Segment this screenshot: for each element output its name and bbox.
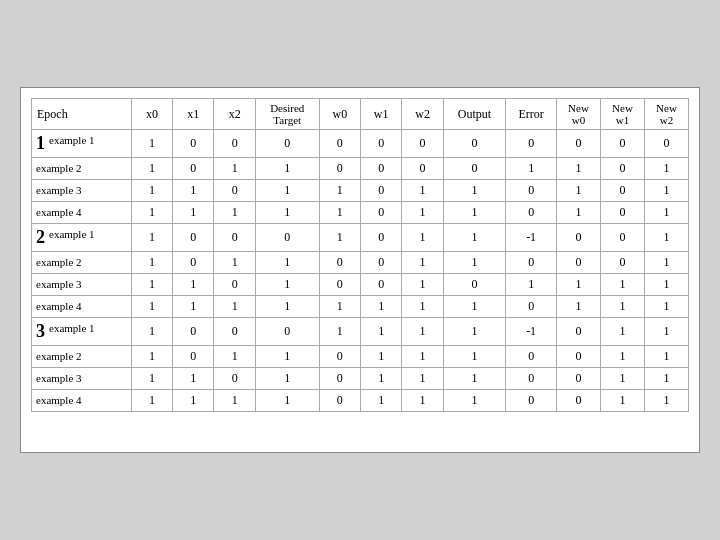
header-new-w2: Neww2	[644, 99, 688, 130]
data-cell: 0	[506, 180, 557, 202]
header-desired-target: DesiredTarget	[255, 99, 319, 130]
data-cell: 1	[506, 274, 557, 296]
epoch-example-cell: example 3	[32, 368, 132, 390]
data-cell: 1	[361, 390, 402, 412]
example-label: example 1	[49, 134, 95, 146]
data-cell: 1	[600, 346, 644, 368]
data-cell: -1	[506, 224, 557, 252]
header-w0: w0	[319, 99, 360, 130]
epoch-example-cell: example 2	[32, 252, 132, 274]
data-cell: 1	[644, 158, 688, 180]
data-cell: 1	[556, 158, 600, 180]
data-cell: 1	[214, 296, 255, 318]
data-cell: 1	[402, 224, 443, 252]
data-cell: 1	[131, 274, 172, 296]
data-cell: 1	[644, 390, 688, 412]
data-cell: 0	[361, 252, 402, 274]
data-cell: 1	[214, 158, 255, 180]
data-cell: 1	[361, 346, 402, 368]
data-cell: 1	[402, 180, 443, 202]
epoch-number: 3	[36, 321, 45, 342]
data-cell: 0	[506, 390, 557, 412]
data-cell: -1	[506, 318, 557, 346]
epoch-number: 1	[36, 133, 45, 154]
data-cell: 0	[361, 158, 402, 180]
data-cell: 1	[644, 202, 688, 224]
data-cell: 1	[131, 296, 172, 318]
data-cell: 1	[443, 224, 506, 252]
data-cell: 1	[443, 252, 506, 274]
data-cell: 1	[131, 318, 172, 346]
data-cell: 0	[173, 252, 214, 274]
data-cell: 1	[644, 274, 688, 296]
data-cell: 1	[173, 390, 214, 412]
data-cell: 1	[131, 158, 172, 180]
data-cell: 0	[506, 202, 557, 224]
data-cell: 1	[644, 180, 688, 202]
table-row: example 3110110110101	[32, 180, 689, 202]
data-cell: 1	[173, 296, 214, 318]
data-cell: 0	[506, 346, 557, 368]
data-cell: 0	[319, 346, 360, 368]
epoch-example-cell: example 3	[32, 180, 132, 202]
data-cell: 0	[255, 130, 319, 158]
data-cell: 1	[173, 202, 214, 224]
table-row: example 2101100110001	[32, 252, 689, 274]
data-cell: 1	[600, 318, 644, 346]
data-cell: 0	[361, 274, 402, 296]
data-table: Epoch x0 x1 x2 DesiredTarget w0 w1 w2 Ou…	[31, 98, 689, 442]
example-label: example 3	[36, 278, 82, 290]
data-cell: 0	[556, 390, 600, 412]
data-cell: 0	[644, 130, 688, 158]
data-cell: 1	[600, 390, 644, 412]
data-cell: 1	[644, 346, 688, 368]
data-cell: 0	[402, 158, 443, 180]
data-cell: 1	[255, 274, 319, 296]
table-row: example 4111111110111	[32, 296, 689, 318]
data-cell: 1	[131, 252, 172, 274]
table-row: example 3110101110011	[32, 368, 689, 390]
header-x2: x2	[214, 99, 255, 130]
header-x0: x0	[131, 99, 172, 130]
table-row: example 4111101110011	[32, 390, 689, 412]
data-cell: 1	[319, 180, 360, 202]
data-cell: 0	[173, 224, 214, 252]
data-cell: 0	[506, 130, 557, 158]
header-output: Output	[443, 99, 506, 130]
data-cell: 0	[214, 180, 255, 202]
data-cell: 1	[131, 368, 172, 390]
data-cell: 1	[173, 274, 214, 296]
data-cell: 0	[214, 130, 255, 158]
epoch-example-cell: example 4	[32, 296, 132, 318]
table-row: example 3110100101111	[32, 274, 689, 296]
header-epoch: Epoch	[32, 99, 132, 130]
example-label: example 2	[36, 350, 82, 362]
data-cell: 1	[443, 346, 506, 368]
data-cell: 0	[361, 224, 402, 252]
data-cell: 0	[506, 252, 557, 274]
data-cell: 0	[214, 224, 255, 252]
header-error: Error	[506, 99, 557, 130]
data-cell: 0	[319, 252, 360, 274]
data-cell: 0	[361, 130, 402, 158]
data-cell: 1	[214, 346, 255, 368]
data-cell: 1	[556, 202, 600, 224]
data-cell: 1	[319, 318, 360, 346]
data-cell: 0	[361, 202, 402, 224]
data-cell: 0	[319, 274, 360, 296]
data-cell: 1	[600, 368, 644, 390]
epoch-number: 2	[36, 227, 45, 248]
data-cell: 1	[214, 202, 255, 224]
example-label: example 1	[49, 322, 95, 334]
data-cell: 1	[443, 296, 506, 318]
data-cell: 0	[173, 346, 214, 368]
data-cell: 0	[600, 252, 644, 274]
data-cell: 1	[131, 224, 172, 252]
table-row: 1example 1100000000000	[32, 130, 689, 158]
data-cell: 0	[556, 368, 600, 390]
data-cell: 1	[255, 180, 319, 202]
data-cell: 0	[600, 202, 644, 224]
header-w2: w2	[402, 99, 443, 130]
data-cell: 1	[131, 180, 172, 202]
data-cell: 0	[214, 368, 255, 390]
